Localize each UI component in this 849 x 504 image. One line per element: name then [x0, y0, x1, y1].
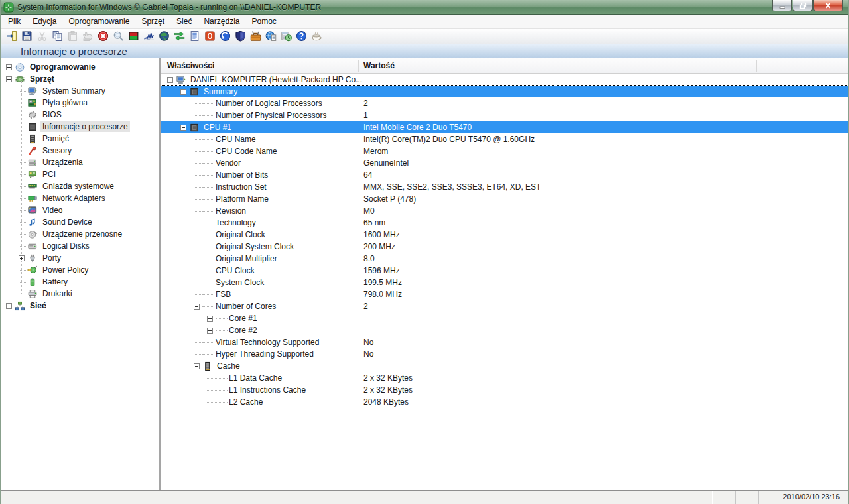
power-off-button[interactable] — [202, 29, 218, 44]
expand-toggle[interactable] — [6, 76, 12, 82]
sidebar-item-sound-device[interactable]: Sound Device — [1, 216, 159, 228]
table-row-system-clock[interactable]: System Clock199.5 MHz — [161, 277, 848, 288]
sidebar-item-sensory[interactable]: Sensory — [1, 145, 159, 157]
help-button[interactable] — [294, 29, 309, 44]
table-row-daniel-komputer-hewlett-packard-hp-co[interactable]: DANIEL-KOMPUTER (Hewlett-Packard HP Co..… — [161, 74, 848, 86]
menu-pomoc[interactable]: Pomoc — [245, 15, 282, 27]
sidebar-item-sie[interactable]: Sieć — [1, 300, 159, 312]
table-row-original-system-clock[interactable]: Original System Clock200 MHz — [161, 241, 848, 253]
sidebar-item-p-yta-g-wna[interactable]: Płyta główna — [1, 97, 159, 109]
minimize-button[interactable] — [772, 0, 792, 11]
close-button[interactable] — [813, 0, 843, 11]
stop-button[interactable] — [96, 29, 111, 44]
menu-sie[interactable]: Sieć — [170, 15, 198, 27]
tools-button[interactable] — [248, 29, 263, 44]
sidebar-item-drukarki[interactable]: Drukarki — [1, 288, 159, 300]
column-divider[interactable] — [358, 60, 359, 72]
exit-button[interactable] — [4, 29, 19, 44]
table-row-number-of-logical-processors[interactable]: Number of Logical Processors2 — [161, 97, 848, 109]
table-row-revision[interactable]: RevisionM0 — [161, 205, 848, 217]
hand-button[interactable] — [80, 29, 96, 44]
sidebar-item-system-summary[interactable]: System Summary — [1, 85, 159, 97]
copy-button[interactable] — [50, 29, 65, 44]
title-bar[interactable]: System Information for Windows © Gabriel… — [1, 0, 848, 15]
menu-oprogramowanie[interactable]: Oprogramowanie — [62, 15, 135, 27]
menu-plik[interactable]: Plik — [2, 15, 27, 27]
table-row-core-2[interactable]: Core #2 — [161, 324, 848, 336]
table-row-cache[interactable]: Cache — [161, 360, 848, 372]
sidebar-item-porty[interactable]: Porty — [1, 252, 159, 264]
table-row-l2-cache[interactable]: L2 Cache2048 KBytes — [161, 396, 848, 408]
expand-toggle[interactable] — [207, 316, 213, 322]
table-row-hyper-threading-supported[interactable]: Hyper Threading SupportedNo — [161, 348, 848, 360]
menu-sprz-t[interactable]: Sprzęt — [135, 15, 170, 27]
sidebar-item-sprz-t[interactable]: Sprzęt — [1, 73, 159, 85]
scheduler-button[interactable] — [279, 29, 294, 44]
sidebar-item-power-policy[interactable]: Power Policy — [1, 264, 159, 276]
table-row-original-clock[interactable]: Original Clock1600 MHz — [161, 229, 848, 241]
menu-narz-dzia[interactable]: Narzędzia — [198, 15, 245, 27]
sidebar-item-video[interactable]: Video — [1, 204, 159, 216]
search-button[interactable] — [111, 29, 126, 44]
table-row-number-of-physical-processors[interactable]: Number of Physical Processors1 — [161, 109, 848, 121]
sidebar-item-urz-dzenia[interactable]: Urządzenia — [1, 157, 159, 168]
table-row-number-of-cores[interactable]: Number of Cores2 — [161, 300, 848, 312]
save-button[interactable] — [19, 29, 34, 44]
expand-toggle[interactable] — [6, 64, 12, 70]
tree-connector — [202, 306, 214, 307]
expand-toggle[interactable] — [194, 304, 200, 310]
expand-toggle[interactable] — [167, 77, 173, 83]
table-row-vendor[interactable]: VendorGenuineIntel — [161, 157, 848, 169]
sidebar-item-pami[interactable]: Pamięć — [1, 133, 159, 145]
sidebar-item-bios[interactable]: BIOS — [1, 109, 159, 121]
table-row-virtual-technology-supported[interactable]: Virtual Technology SupportedNo — [161, 336, 848, 348]
sidebar-item-oprogramowanie[interactable]: Oprogramowanie — [1, 61, 159, 73]
expand-toggle[interactable] — [180, 125, 186, 131]
sidebar-item-label: Sprzęt — [28, 74, 56, 84]
table-row-fsb[interactable]: FSB798.0 MHz — [161, 288, 848, 300]
table-row-instruction-set[interactable]: Instruction SetMMX, SSE, SSE2, SSE3, SSS… — [161, 181, 848, 193]
web-doc-button[interactable] — [263, 29, 279, 44]
expand-toggle[interactable] — [207, 328, 213, 334]
table-row-platform-name[interactable]: Platform NameSocket P (478) — [161, 193, 848, 205]
table-row-technology[interactable]: Technology65 nm — [161, 217, 848, 229]
web-update-button[interactable] — [218, 29, 233, 44]
donate-button[interactable] — [309, 29, 324, 44]
table-row-cpu-clock[interactable]: CPU Clock1596 MHz — [161, 265, 848, 277]
table-row-summary[interactable]: Summary — [161, 86, 848, 97]
table-row-l1-data-cache[interactable]: L1 Data Cache2 x 32 KBytes — [161, 372, 848, 384]
column-divider[interactable] — [756, 60, 757, 72]
restore-button[interactable] — [793, 0, 813, 11]
sidebar-item-gniazda-systemowe[interactable]: Gniazda systemowe — [1, 180, 159, 192]
sidebar-item-pci[interactable]: PCI — [1, 168, 159, 180]
sidebar-item-battery[interactable]: Battery — [1, 276, 159, 288]
expand-toggle[interactable] — [180, 89, 186, 95]
table-row-cpu-1[interactable]: CPU #1Intel Mobile Core 2 Duo T5470 — [161, 121, 848, 133]
table-row-original-multiplier[interactable]: Original Multiplier8.0 — [161, 253, 848, 265]
chart-button[interactable] — [141, 29, 157, 44]
table-row-cpu-name[interactable]: CPU NameIntel(R) Core(TM)2 Duo CPU T5470… — [161, 133, 848, 145]
globe-button[interactable] — [157, 29, 172, 44]
hardware-icon — [15, 74, 25, 84]
report-button[interactable] — [187, 29, 202, 44]
sidebar-item-logical-disks[interactable]: Logical Disks — [1, 240, 159, 252]
sidebar-item-label: PCI — [40, 169, 58, 180]
column-header-value[interactable]: Wartość — [363, 61, 395, 70]
monitor-button[interactable] — [126, 29, 141, 44]
sidebar-item-informacje-o-procesorze[interactable]: Informacje o procesorze — [1, 121, 159, 133]
sidebar-item-network-adapters[interactable]: Network Adapters — [1, 192, 159, 204]
sidebar-item-urz-dzenie-przeno-ne[interactable]: Urządzenie przenośne — [1, 228, 159, 240]
cut-button[interactable] — [34, 29, 50, 44]
table-row-core-1[interactable]: Core #1 — [161, 312, 848, 324]
expand-toggle[interactable] — [6, 303, 12, 309]
shield-button[interactable] — [233, 29, 248, 44]
column-header-properties[interactable]: Właściwości — [167, 61, 214, 70]
paste-button[interactable] — [65, 29, 80, 44]
table-row-cpu-code-name[interactable]: CPU Code NameMerom — [161, 145, 848, 157]
table-row-l1-instructions-cache[interactable]: L1 Instructions Cache2 x 32 KBytes — [161, 384, 848, 396]
expand-toggle[interactable] — [19, 255, 25, 261]
refresh-button[interactable] — [172, 29, 187, 44]
expand-toggle[interactable] — [194, 363, 200, 369]
menu-edycja[interactable]: Edycja — [27, 15, 62, 27]
table-row-number-of-bits[interactable]: Number of Bits64 — [161, 169, 848, 181]
